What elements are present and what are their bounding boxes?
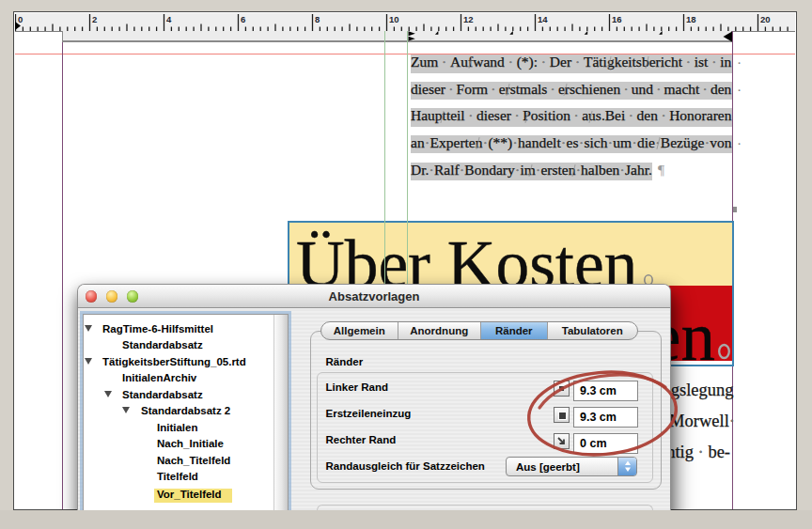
svg-text:14: 14 bbox=[538, 14, 548, 24]
svg-text:18: 18 bbox=[686, 14, 696, 24]
svg-text:6: 6 bbox=[241, 14, 245, 24]
svg-text:0: 0 bbox=[18, 14, 23, 24]
svg-text:20: 20 bbox=[760, 14, 771, 24]
svg-text:16: 16 bbox=[612, 14, 622, 24]
svg-text:2: 2 bbox=[92, 14, 97, 24]
svg-text:12: 12 bbox=[463, 14, 474, 24]
svg-text:10: 10 bbox=[389, 14, 399, 24]
svg-text:8: 8 bbox=[315, 14, 320, 24]
svg-text:4: 4 bbox=[166, 14, 172, 24]
